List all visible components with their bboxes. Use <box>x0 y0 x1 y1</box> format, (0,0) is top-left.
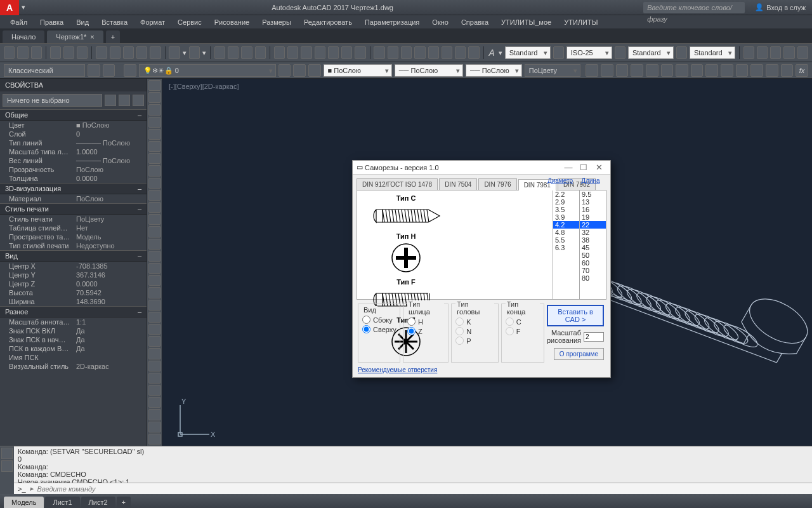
draw-tool-20[interactable] <box>148 324 161 335</box>
minimize-icon[interactable]: — <box>561 163 576 172</box>
u6-icon[interactable] <box>661 64 674 77</box>
menu-Правка[interactable]: Правка <box>34 17 70 28</box>
close-icon[interactable]: ✕ <box>591 163 606 172</box>
menu-Размеры[interactable]: Размеры <box>256 17 298 28</box>
std-tab[interactable]: DIN 7976 <box>478 178 516 190</box>
menu-Формат[interactable]: Формат <box>134 17 171 28</box>
prop-group[interactable]: Вид– <box>0 250 147 262</box>
match-icon[interactable] <box>136 46 147 59</box>
draw-tool-6[interactable] <box>148 153 161 164</box>
diameter-item[interactable]: 3.5 <box>553 206 579 213</box>
u12-icon[interactable] <box>750 64 763 77</box>
u14-icon[interactable] <box>781 64 794 77</box>
length-item[interactable]: 60 <box>580 259 606 267</box>
line-icon[interactable] <box>374 46 384 59</box>
prop-row[interactable]: Масштаб аннота…1:1 <box>0 318 147 326</box>
tp-icon[interactable] <box>315 46 325 59</box>
prop-row[interactable]: Тип линий───── ПоСлою <box>0 138 147 147</box>
block-icon[interactable] <box>150 46 160 59</box>
length-item[interactable]: 45 <box>580 244 606 251</box>
draw-tool-17[interactable] <box>148 287 161 298</box>
u2-icon[interactable] <box>601 64 613 77</box>
draw-tool-22[interactable] <box>148 348 161 359</box>
tog-icon[interactable] <box>133 95 144 106</box>
u1-icon[interactable] <box>586 64 598 77</box>
menu-Параметризация[interactable]: Параметризация <box>358 17 426 28</box>
about-button[interactable]: О программе <box>554 348 604 360</box>
menu-Рисование[interactable]: Рисование <box>208 17 256 28</box>
draw-tool-1[interactable] <box>148 92 161 103</box>
draw-tool-28[interactable] <box>148 422 161 432</box>
circle-icon[interactable] <box>414 46 425 59</box>
opts-icon[interactable] <box>1 460 13 472</box>
close-icon[interactable]: × <box>90 33 94 41</box>
r1-icon[interactable] <box>743 46 754 59</box>
r3-icon[interactable] <box>770 46 781 59</box>
props-icon[interactable] <box>287 46 298 59</box>
length-item[interactable]: 9.5 <box>580 190 606 198</box>
view-icon[interactable] <box>255 46 266 59</box>
save-icon[interactable] <box>31 46 42 59</box>
length-item[interactable]: 80 <box>580 274 606 282</box>
workspace-combo[interactable]: Классический AutoCAD <box>4 64 85 77</box>
r5-icon[interactable] <box>797 46 808 59</box>
u4-icon[interactable] <box>631 64 643 77</box>
linetype-combo[interactable]: ── ПоСлою <box>395 64 463 77</box>
holes-link[interactable]: Рекомендуемые отверстия <box>357 364 438 373</box>
std-tab[interactable]: DIN 912/ГОСТ ISO 1478 <box>357 178 438 190</box>
pline-icon[interactable] <box>388 46 398 59</box>
menu-Вставка[interactable]: Вставка <box>95 17 134 28</box>
tab-drawing[interactable]: Чертеж1*× <box>47 30 103 43</box>
r4-icon[interactable] <box>783 46 794 59</box>
layer-combo[interactable]: 💡❄☀🔒 0 <box>139 64 276 77</box>
draw-tool-18[interactable] <box>148 300 161 311</box>
menu-Вид[interactable]: Вид <box>70 17 95 28</box>
tab-layout2[interactable]: Лист2 <box>81 497 115 508</box>
slot-z-radio[interactable]: Z <box>407 326 444 336</box>
prop-group[interactable]: Разное– <box>0 306 147 318</box>
length-item[interactable]: 13 <box>580 198 606 206</box>
prop-row[interactable]: Знак ПСК в нач…Да <box>0 335 147 344</box>
menu-УТИЛИТЫ[interactable]: УТИЛИТЫ <box>558 17 604 28</box>
u13-icon[interactable] <box>766 64 778 77</box>
maximize-icon[interactable]: ☐ <box>576 163 591 172</box>
draw-tool-5[interactable] <box>148 141 161 152</box>
tab-layout1[interactable]: Лист1 <box>45 497 79 508</box>
open-icon[interactable] <box>17 46 28 59</box>
dim-icon[interactable] <box>553 46 564 59</box>
quick-icon[interactable] <box>119 95 130 106</box>
draw-tool-25[interactable] <box>148 385 161 396</box>
cut-icon[interactable] <box>96 46 107 59</box>
plot-icon[interactable] <box>63 46 74 59</box>
insert-button[interactable]: Вставить в CAD > <box>547 305 604 326</box>
draw-tool-16[interactable] <box>148 275 161 286</box>
draw-tool-4[interactable] <box>148 129 161 140</box>
prop-row[interactable]: Ширина148.3690 <box>0 297 147 306</box>
draw-tool-10[interactable] <box>148 202 161 213</box>
fx-icon[interactable]: fx <box>796 64 808 77</box>
length-item[interactable]: 22 <box>580 221 606 229</box>
layer-icon[interactable] <box>274 46 285 59</box>
ml-icon[interactable] <box>676 46 687 59</box>
prop-row[interactable]: Визуальный стиль2D-каркас <box>0 362 147 371</box>
view-top-radio[interactable]: Сверху <box>362 324 396 334</box>
prop-row[interactable]: Стиль печатиПоЦвету <box>0 215 147 224</box>
ssm-icon[interactable] <box>328 46 339 59</box>
ml-style-combo[interactable]: Standard <box>690 46 735 59</box>
rect-icon[interactable] <box>428 46 439 59</box>
prop-row[interactable]: Вес линий───── ПоСлою <box>0 156 147 165</box>
qc-icon[interactable] <box>355 46 365 59</box>
draw-tool-13[interactable] <box>148 239 161 250</box>
draw-tool-27[interactable] <box>148 409 161 420</box>
head-p-radio[interactable]: P <box>455 336 494 345</box>
draw-tool-3[interactable] <box>148 117 161 128</box>
color-combo[interactable]: ■ ПоСлою <box>324 64 392 77</box>
draw-tool-29[interactable] <box>148 434 161 444</box>
draw-tool-2[interactable] <box>148 104 161 115</box>
menu-УТИЛИТЫ_мое[interactable]: УТИЛИТЫ_мое <box>495 17 558 28</box>
spline-icon[interactable] <box>468 46 479 59</box>
draw-tool-23[interactable] <box>148 361 161 371</box>
draw-tool-14[interactable] <box>148 251 161 262</box>
prop-row[interactable]: Знак ПСК ВКЛДа <box>0 326 147 335</box>
menu-Файл[interactable]: Файл <box>4 17 34 28</box>
